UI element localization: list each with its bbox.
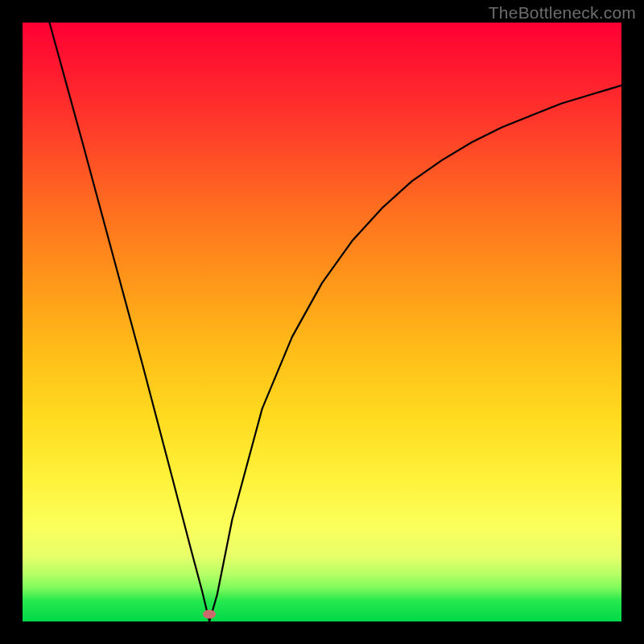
chart-frame: TheBottleneck.com — [0, 0, 644, 644]
bottleneck-curve — [23, 23, 621, 621]
plot-area — [23, 23, 621, 621]
watermark-text: TheBottleneck.com — [489, 3, 636, 23]
optimum-marker — [203, 610, 216, 619]
